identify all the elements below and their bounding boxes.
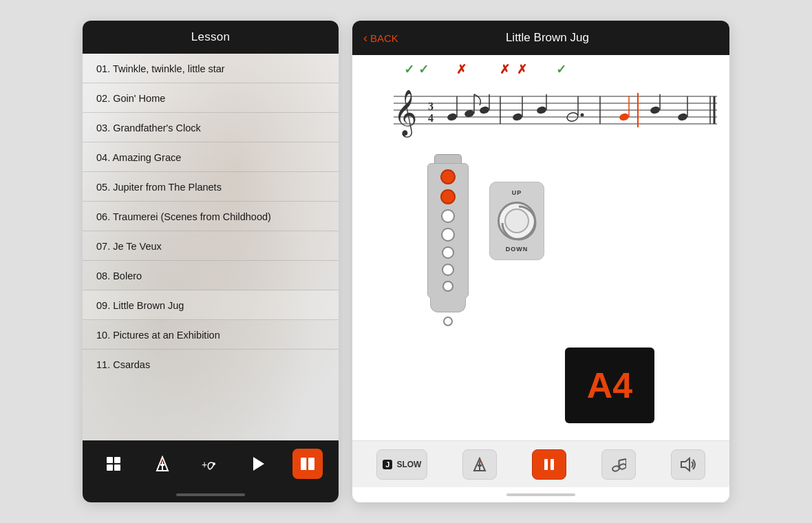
svg-rect-12 bbox=[308, 458, 314, 470]
back-chevron-icon: ‹ bbox=[363, 31, 367, 45]
knob-diagram: UP DOWN bbox=[489, 182, 544, 260]
svg-point-9 bbox=[213, 462, 215, 465]
right-panel-title: Little Brown Jug bbox=[404, 31, 691, 45]
volume-button[interactable] bbox=[671, 449, 705, 480]
right-panel: ‹ BACK Little Brown Jug ✓ ✓ ✗ ✗ ✗ ✓ bbox=[352, 21, 729, 502]
lesson-title: Lesson bbox=[191, 30, 231, 43]
note-label: A4 bbox=[587, 365, 632, 406]
svg-rect-2 bbox=[107, 465, 113, 471]
recorder-hole-2 bbox=[440, 189, 456, 204]
lesson-item[interactable]: 01. Twinkle, twinkle, little star bbox=[83, 54, 339, 83]
recorder-hole-4 bbox=[441, 228, 455, 242]
check-4: ✗ bbox=[500, 62, 510, 77]
svg-point-53 bbox=[619, 463, 626, 469]
check-marks-row: ✓ ✓ ✗ ✗ ✗ ✓ bbox=[366, 62, 716, 77]
lesson-item[interactable]: 06. Traumerei (Scenes from Childhood) bbox=[83, 202, 339, 231]
svg-rect-11 bbox=[301, 458, 307, 470]
left-panel: Lesson 01. Twinkle, twinkle, little star… bbox=[83, 21, 339, 502]
recorder-hole-5 bbox=[442, 246, 454, 259]
svg-point-42 bbox=[650, 105, 661, 114]
svg-point-44 bbox=[677, 112, 688, 121]
svg-marker-57 bbox=[681, 458, 690, 471]
lesson-item[interactable]: 08. Bolero bbox=[83, 261, 339, 290]
lesson-item[interactable]: 11. Csardas bbox=[83, 350, 339, 378]
svg-rect-1 bbox=[114, 457, 120, 463]
right-toolbar: J SLOW bbox=[352, 440, 729, 487]
lesson-item[interactable]: 04. Amazing Grace bbox=[83, 142, 339, 172]
knob-down-label: DOWN bbox=[506, 246, 528, 253]
svg-rect-3 bbox=[114, 465, 120, 471]
book-button[interactable] bbox=[292, 449, 323, 479]
lesson-item[interactable]: 03. Grandfather's Clock bbox=[83, 113, 339, 142]
check-5: ✗ bbox=[517, 62, 527, 77]
check-1: ✓ bbox=[404, 62, 414, 77]
home-bar-right bbox=[506, 493, 575, 496]
knob-up-label: UP bbox=[512, 189, 522, 196]
right-metronome-button[interactable] bbox=[462, 449, 497, 480]
lesson-items-container: 01. Twinkle, twinkle, little star02. Goi… bbox=[83, 54, 339, 378]
lesson-item[interactable]: 09. Little Brown Jug bbox=[83, 290, 339, 320]
left-toolbar: + bbox=[83, 440, 339, 487]
knob-wheel[interactable] bbox=[498, 202, 536, 240]
recorder-body bbox=[427, 163, 469, 298]
lesson-item[interactable]: 02. Goin' Home bbox=[83, 83, 339, 113]
note-display: A4 bbox=[565, 348, 654, 423]
back-label: BACK bbox=[370, 32, 398, 44]
svg-point-26 bbox=[447, 112, 458, 121]
lesson-item[interactable]: 10. Pictures at an Exhibition bbox=[83, 320, 339, 350]
check-3: ✗ bbox=[456, 62, 467, 77]
home-bar-left bbox=[176, 493, 245, 496]
slow-button[interactable]: J SLOW bbox=[376, 449, 427, 480]
home-indicator-right bbox=[352, 487, 729, 502]
svg-point-38 bbox=[580, 114, 584, 117]
svg-point-39 bbox=[619, 112, 630, 121]
back-button[interactable]: ‹ BACK bbox=[363, 31, 398, 45]
svg-text:4: 4 bbox=[428, 112, 434, 124]
svg-line-56 bbox=[619, 459, 626, 460]
svg-rect-51 bbox=[551, 459, 554, 470]
svg-text:𝄞: 𝄞 bbox=[394, 89, 417, 138]
recorder-diagram bbox=[427, 154, 469, 326]
svg-point-32 bbox=[512, 112, 523, 121]
music-note-button[interactable] bbox=[601, 449, 636, 480]
lesson-item[interactable]: 07. Je Te Veux bbox=[83, 231, 339, 261]
svg-rect-0 bbox=[107, 457, 113, 463]
svg-marker-10 bbox=[253, 457, 264, 471]
svg-rect-6 bbox=[160, 464, 164, 466]
svg-point-49 bbox=[479, 460, 481, 462]
recorder-hole-3 bbox=[441, 209, 455, 223]
add-instrument-button[interactable]: + bbox=[195, 449, 226, 479]
pause-button[interactable] bbox=[532, 449, 566, 480]
recorder-hole-1 bbox=[440, 169, 456, 184]
instrument-area: UP DOWN A4 bbox=[352, 144, 729, 440]
recorder-hole-7 bbox=[442, 281, 453, 292]
check-2: ✓ bbox=[418, 62, 429, 77]
slow-label: SLOW bbox=[396, 460, 421, 469]
right-header: ‹ BACK Little Brown Jug bbox=[352, 21, 729, 55]
recorder-mouthpiece bbox=[434, 154, 462, 164]
slow-j-icon: J bbox=[383, 460, 392, 469]
svg-point-7 bbox=[161, 460, 163, 462]
home-indicator-left bbox=[83, 487, 339, 502]
svg-text:+: + bbox=[202, 459, 207, 470]
svg-point-30 bbox=[479, 105, 490, 114]
play-button[interactable] bbox=[244, 449, 274, 479]
lesson-item[interactable]: 05. Jupiter from The Planets bbox=[83, 172, 339, 202]
grid-button[interactable] bbox=[98, 449, 129, 479]
lesson-list: 01. Twinkle, twinkle, little star02. Goi… bbox=[83, 54, 339, 440]
recorder-hole-6 bbox=[442, 264, 454, 276]
recorder-bell bbox=[430, 297, 466, 312]
metronome-button[interactable] bbox=[147, 449, 178, 479]
staff-container: 𝄞 3 4 bbox=[366, 79, 716, 140]
svg-rect-50 bbox=[544, 459, 548, 470]
svg-rect-48 bbox=[478, 465, 482, 467]
left-header: Lesson bbox=[83, 21, 339, 54]
check-6: ✓ bbox=[556, 62, 566, 77]
recorder-bottom-hole bbox=[443, 317, 453, 326]
svg-text:3: 3 bbox=[428, 100, 434, 112]
notation-area: ✓ ✓ ✗ ✗ ✗ ✓ 𝄞 bbox=[352, 55, 729, 144]
svg-point-34 bbox=[536, 105, 547, 114]
